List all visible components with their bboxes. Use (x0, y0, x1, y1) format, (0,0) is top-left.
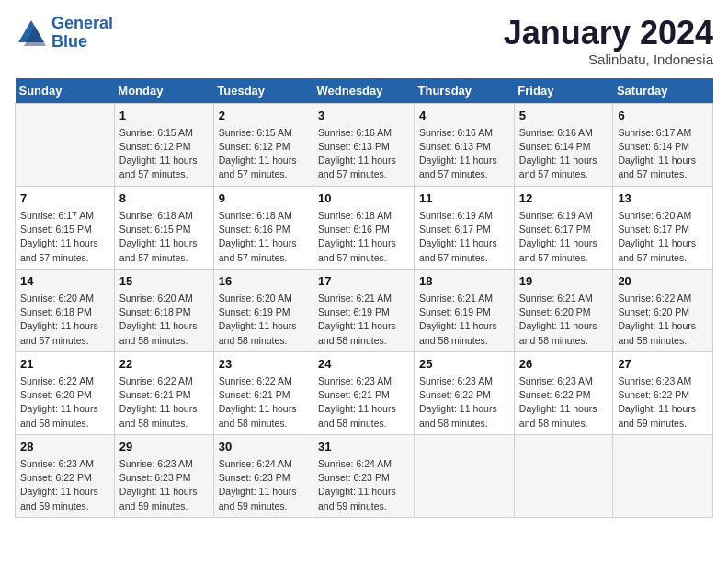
logo-general: General (51, 14, 113, 32)
calendar-cell: 27Sunrise: 6:23 AM Sunset: 6:22 PM Dayli… (613, 351, 713, 434)
calendar-cell: 29Sunrise: 6:23 AM Sunset: 6:23 PM Dayli… (114, 434, 213, 517)
day-number: 11 (419, 190, 509, 207)
page-header: General Blue January 2024 Salinbatu, Ind… (15, 15, 713, 67)
day-number: 3 (318, 108, 409, 124)
calendar-cell: 6Sunrise: 6:17 AM Sunset: 6:14 PM Daylig… (613, 103, 713, 186)
day-info: Sunrise: 6:23 AM Sunset: 6:23 PM Dayligh… (119, 457, 209, 513)
day-info: Sunrise: 6:22 AM Sunset: 6:20 PM Dayligh… (20, 374, 109, 431)
day-number: 6 (618, 108, 708, 124)
calendar-cell: 5Sunrise: 6:16 AM Sunset: 6:14 PM Daylig… (514, 103, 613, 186)
day-info: Sunrise: 6:17 AM Sunset: 6:15 PM Dayligh… (20, 209, 109, 265)
logo: General Blue (15, 15, 113, 52)
day-info: Sunrise: 6:23 AM Sunset: 6:22 PM Dayligh… (20, 457, 109, 513)
calendar-cell: 2Sunrise: 6:15 AM Sunset: 6:12 PM Daylig… (213, 103, 313, 186)
day-number: 4 (419, 108, 509, 124)
calendar-cell: 18Sunrise: 6:21 AM Sunset: 6:19 PM Dayli… (415, 269, 515, 351)
day-number: 29 (119, 439, 209, 455)
logo-icon (15, 17, 48, 50)
calendar-cell: 23Sunrise: 6:22 AM Sunset: 6:21 PM Dayli… (213, 351, 313, 434)
calendar-cell: 10Sunrise: 6:18 AM Sunset: 6:16 PM Dayli… (313, 186, 415, 269)
day-number: 7 (20, 190, 109, 207)
calendar-cell: 14Sunrise: 6:20 AM Sunset: 6:18 PM Dayli… (16, 269, 115, 351)
day-info: Sunrise: 6:22 AM Sunset: 6:21 PM Dayligh… (219, 374, 308, 431)
weekday-header-saturday: Saturday (613, 78, 713, 104)
day-info: Sunrise: 6:20 AM Sunset: 6:18 PM Dayligh… (20, 292, 109, 348)
day-number: 17 (318, 273, 409, 290)
day-info: Sunrise: 6:18 AM Sunset: 6:16 PM Dayligh… (219, 209, 308, 265)
calendar-cell (514, 434, 613, 517)
logo-blue: Blue (51, 32, 87, 51)
day-info: Sunrise: 6:23 AM Sunset: 6:22 PM Dayligh… (519, 374, 609, 431)
day-number: 1 (119, 108, 209, 124)
calendar-cell: 28Sunrise: 6:23 AM Sunset: 6:22 PM Dayli… (16, 434, 115, 517)
day-info: Sunrise: 6:20 AM Sunset: 6:18 PM Dayligh… (119, 292, 209, 348)
day-number: 9 (219, 190, 308, 207)
weekday-header-wednesday: Wednesday (313, 78, 415, 104)
day-info: Sunrise: 6:15 AM Sunset: 6:12 PM Dayligh… (219, 126, 308, 182)
day-info: Sunrise: 6:18 AM Sunset: 6:16 PM Dayligh… (318, 209, 409, 265)
week-row-4: 21Sunrise: 6:22 AM Sunset: 6:20 PM Dayli… (16, 351, 713, 434)
location: Salinbatu, Indonesia (504, 52, 713, 67)
logo-text: General Blue (51, 15, 113, 52)
day-number: 25 (419, 356, 509, 373)
day-number: 27 (618, 356, 708, 373)
day-number: 23 (219, 356, 308, 373)
calendar-cell: 11Sunrise: 6:19 AM Sunset: 6:17 PM Dayli… (415, 186, 515, 269)
day-number: 31 (318, 439, 409, 455)
day-info: Sunrise: 6:20 AM Sunset: 6:19 PM Dayligh… (219, 292, 308, 348)
day-number: 26 (519, 356, 609, 373)
day-number: 10 (318, 190, 409, 207)
calendar-table: SundayMondayTuesdayWednesdayThursdayFrid… (15, 78, 713, 518)
day-info: Sunrise: 6:16 AM Sunset: 6:14 PM Dayligh… (519, 126, 609, 182)
day-number: 28 (20, 439, 109, 455)
day-number: 18 (419, 273, 509, 290)
day-info: Sunrise: 6:21 AM Sunset: 6:19 PM Dayligh… (419, 292, 509, 348)
weekday-header-friday: Friday (514, 78, 613, 104)
calendar-cell: 26Sunrise: 6:23 AM Sunset: 6:22 PM Dayli… (514, 351, 613, 434)
day-info: Sunrise: 6:24 AM Sunset: 6:23 PM Dayligh… (219, 457, 308, 513)
week-row-5: 28Sunrise: 6:23 AM Sunset: 6:22 PM Dayli… (16, 434, 713, 517)
calendar-cell: 17Sunrise: 6:21 AM Sunset: 6:19 PM Dayli… (313, 269, 415, 351)
month-title: January 2024 (504, 15, 713, 52)
day-number: 15 (119, 273, 209, 290)
calendar-cell: 15Sunrise: 6:20 AM Sunset: 6:18 PM Dayli… (114, 269, 213, 351)
calendar-cell: 9Sunrise: 6:18 AM Sunset: 6:16 PM Daylig… (213, 186, 313, 269)
day-number: 2 (219, 108, 308, 124)
day-info: Sunrise: 6:21 AM Sunset: 6:20 PM Dayligh… (519, 292, 609, 348)
weekday-header-row: SundayMondayTuesdayWednesdayThursdayFrid… (16, 78, 713, 104)
calendar-cell (16, 103, 115, 186)
day-number: 12 (519, 190, 609, 207)
calendar-cell: 22Sunrise: 6:22 AM Sunset: 6:21 PM Dayli… (114, 351, 213, 434)
day-number: 30 (219, 439, 308, 455)
calendar-cell: 25Sunrise: 6:23 AM Sunset: 6:22 PM Dayli… (415, 351, 515, 434)
day-info: Sunrise: 6:18 AM Sunset: 6:15 PM Dayligh… (119, 209, 209, 265)
title-block: January 2024 Salinbatu, Indonesia (504, 15, 713, 67)
day-info: Sunrise: 6:23 AM Sunset: 6:22 PM Dayligh… (419, 374, 509, 431)
day-info: Sunrise: 6:16 AM Sunset: 6:13 PM Dayligh… (419, 126, 509, 182)
day-number: 8 (119, 190, 209, 207)
day-number: 20 (618, 273, 708, 290)
week-row-1: 1Sunrise: 6:15 AM Sunset: 6:12 PM Daylig… (16, 103, 713, 186)
day-info: Sunrise: 6:24 AM Sunset: 6:23 PM Dayligh… (318, 457, 409, 513)
day-info: Sunrise: 6:21 AM Sunset: 6:19 PM Dayligh… (318, 292, 409, 348)
calendar-cell: 1Sunrise: 6:15 AM Sunset: 6:12 PM Daylig… (114, 103, 213, 186)
day-number: 14 (20, 273, 109, 290)
calendar-cell (613, 434, 713, 517)
day-info: Sunrise: 6:19 AM Sunset: 6:17 PM Dayligh… (519, 209, 609, 265)
day-number: 16 (219, 273, 308, 290)
weekday-header-monday: Monday (114, 78, 213, 104)
day-info: Sunrise: 6:19 AM Sunset: 6:17 PM Dayligh… (419, 209, 509, 265)
calendar-cell: 8Sunrise: 6:18 AM Sunset: 6:15 PM Daylig… (114, 186, 213, 269)
day-info: Sunrise: 6:23 AM Sunset: 6:21 PM Dayligh… (318, 374, 409, 431)
day-info: Sunrise: 6:20 AM Sunset: 6:17 PM Dayligh… (618, 209, 708, 265)
day-number: 22 (119, 356, 209, 373)
calendar-cell: 19Sunrise: 6:21 AM Sunset: 6:20 PM Dayli… (514, 269, 613, 351)
day-number: 13 (618, 190, 708, 207)
day-number: 21 (20, 356, 109, 373)
calendar-cell: 16Sunrise: 6:20 AM Sunset: 6:19 PM Dayli… (213, 269, 313, 351)
weekday-header-thursday: Thursday (415, 78, 515, 104)
calendar-cell: 30Sunrise: 6:24 AM Sunset: 6:23 PM Dayli… (213, 434, 313, 517)
day-info: Sunrise: 6:22 AM Sunset: 6:21 PM Dayligh… (119, 374, 209, 431)
weekday-header-tuesday: Tuesday (213, 78, 313, 104)
day-info: Sunrise: 6:15 AM Sunset: 6:12 PM Dayligh… (119, 126, 209, 182)
